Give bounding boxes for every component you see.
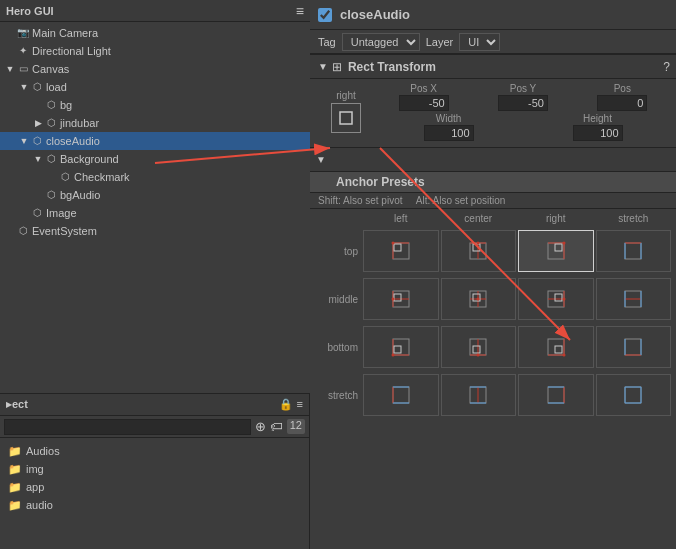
tag-dropdown[interactable]: Untagged: [342, 33, 420, 51]
tree-item-bg[interactable]: ⬡ bg: [0, 96, 310, 114]
project-tabs: ▸ect: [6, 398, 28, 411]
tree-icon: ⬡: [30, 134, 44, 148]
preset-cell-stretch-center[interactable]: [441, 374, 517, 416]
preset-cell-stretch-left[interactable]: [363, 374, 439, 416]
svg-point-43: [391, 354, 394, 357]
rect-transform-icon: ⊞: [332, 60, 342, 74]
tree-item-canvas[interactable]: ▼ ▭ Canvas: [0, 60, 310, 78]
folder-icon: 📁: [8, 445, 22, 458]
asset-item-audios[interactable]: 📁 Audios: [8, 442, 301, 460]
project-header: ▸ect 🔒 ≡: [0, 394, 309, 416]
preset-cell-middle-stretch[interactable]: [596, 278, 672, 320]
pos-y-col: Pos Y: [475, 83, 570, 111]
width-col: Width: [376, 113, 521, 141]
asset-item-app[interactable]: 📁 app: [8, 478, 301, 496]
width-label: Width: [436, 113, 462, 124]
preset-cell-middle-right[interactable]: [518, 278, 594, 320]
preset-cell-bottom-center[interactable]: [441, 326, 517, 368]
col-header-stretch: stretch: [595, 211, 673, 227]
svg-point-10: [477, 242, 480, 245]
preset-cell-middle-left[interactable]: [363, 278, 439, 320]
preset-cell-top-stretch[interactable]: [596, 230, 672, 272]
hierarchy-menu-icon[interactable]: ≡: [296, 3, 304, 19]
tree-label: Directional Light: [32, 45, 111, 57]
svg-rect-0: [340, 112, 352, 124]
folder-icon: 📁: [8, 499, 22, 512]
preset-row-bottom: bottom: [314, 323, 672, 371]
anchor-label: right: [336, 90, 355, 101]
svg-point-48: [477, 354, 480, 357]
tree-label: jindubar: [60, 117, 99, 129]
asset-item-audio[interactable]: 📁 audio: [8, 496, 301, 514]
preset-cell-middle-center[interactable]: [441, 278, 517, 320]
width-input[interactable]: [424, 125, 474, 141]
tree-arrow: ▼: [18, 136, 30, 146]
tree-item-load[interactable]: ▼ ⬡ load: [0, 78, 310, 96]
height-input[interactable]: [573, 125, 623, 141]
svg-rect-70: [625, 387, 641, 403]
tree-label: closeAudio: [46, 135, 100, 147]
svg-point-5: [391, 242, 394, 245]
pos-x-input[interactable]: [399, 95, 449, 111]
search-input[interactable]: [4, 419, 251, 435]
tree-item-jindubar[interactable]: ▶ ⬡ jindubar: [0, 114, 310, 132]
menu-icon[interactable]: ≡: [297, 398, 303, 411]
svg-rect-42: [394, 346, 401, 353]
tree-item-close-audio[interactable]: ▼ ⬡ closeAudio: [0, 132, 310, 150]
svg-rect-16: [625, 243, 641, 259]
tree-item-event-system[interactable]: ⬡ EventSystem: [0, 222, 310, 240]
project-tab-label: ▸ect: [6, 398, 28, 411]
tree-item-checkmark[interactable]: ⬡ Checkmark: [0, 168, 310, 186]
pos-z-input[interactable]: [597, 95, 647, 111]
tree-item-bg-audio[interactable]: ⬡ bgAudio: [0, 186, 310, 204]
anchor-presets-title: Anchor Presets: [310, 172, 676, 193]
preset-cell-top-left[interactable]: [363, 230, 439, 272]
anchor-presets-collapse[interactable]: ▼: [314, 154, 328, 165]
tree-item-background[interactable]: ▼ ⬡ Background: [0, 150, 310, 168]
preset-cell-bottom-stretch[interactable]: [596, 326, 672, 368]
anchor-icon-box[interactable]: [331, 103, 361, 133]
pos-top-row: Pos X Pos Y Pos: [376, 83, 670, 111]
inspector-tag-row: Tag Untagged Layer UI: [310, 30, 676, 54]
tree-icon: ⬡: [16, 224, 30, 238]
anchor-icon-area: right: [316, 90, 376, 135]
preset-cell-top-right[interactable]: [518, 230, 594, 272]
rect-transform-collapse[interactable]: ▼: [316, 61, 330, 72]
tree-item-main-camera[interactable]: 📷 Main Camera: [0, 24, 310, 42]
tree-item-directional-light[interactable]: ✦ Directional Light: [0, 42, 310, 60]
svg-rect-4: [394, 244, 401, 251]
tree-label: Main Camera: [32, 27, 98, 39]
active-checkbox[interactable]: [318, 8, 332, 22]
inspector-top: closeAudio: [310, 0, 676, 30]
svg-point-29: [477, 298, 480, 301]
preset-row-stretch: stretch: [314, 371, 672, 419]
row-header-middle: middle: [314, 294, 362, 305]
rect-transform-title: Rect Transform: [348, 60, 663, 74]
search-filter-icon[interactable]: ⊕: [255, 419, 266, 434]
search-icons: ⊕ 🏷 12: [255, 419, 305, 434]
preset-cell-stretch-right[interactable]: [518, 374, 594, 416]
preset-cell-bottom-left[interactable]: [363, 326, 439, 368]
pos-z-label: Pos: [614, 83, 631, 94]
inspector-name: closeAudio: [340, 7, 410, 22]
rect-transform-help[interactable]: ?: [663, 60, 670, 74]
lock-icon[interactable]: 🔒: [279, 398, 293, 411]
svg-rect-47: [473, 346, 480, 353]
svg-point-34: [562, 298, 565, 301]
svg-rect-58: [393, 387, 409, 403]
tree-icon: ⬡: [44, 98, 58, 112]
tree-item-image[interactable]: ⬡ Image: [0, 204, 310, 222]
col-header-left: left: [362, 211, 440, 227]
pos-y-input[interactable]: [498, 95, 548, 111]
search-tag-icon[interactable]: 🏷: [270, 419, 283, 434]
row-header-bottom: bottom: [314, 342, 362, 353]
hierarchy-header: Hero GUI ≡: [0, 0, 310, 22]
layer-dropdown[interactable]: UI: [459, 33, 500, 51]
tree-icon: ▭: [16, 62, 30, 76]
preset-cell-top-center[interactable]: [441, 230, 517, 272]
preset-cell-stretch-stretch[interactable]: [596, 374, 672, 416]
size-row: Width Height: [376, 113, 670, 141]
asset-item-img[interactable]: 📁 img: [8, 460, 301, 478]
preset-cell-bottom-right[interactable]: [518, 326, 594, 368]
preset-row-middle: middle: [314, 275, 672, 323]
